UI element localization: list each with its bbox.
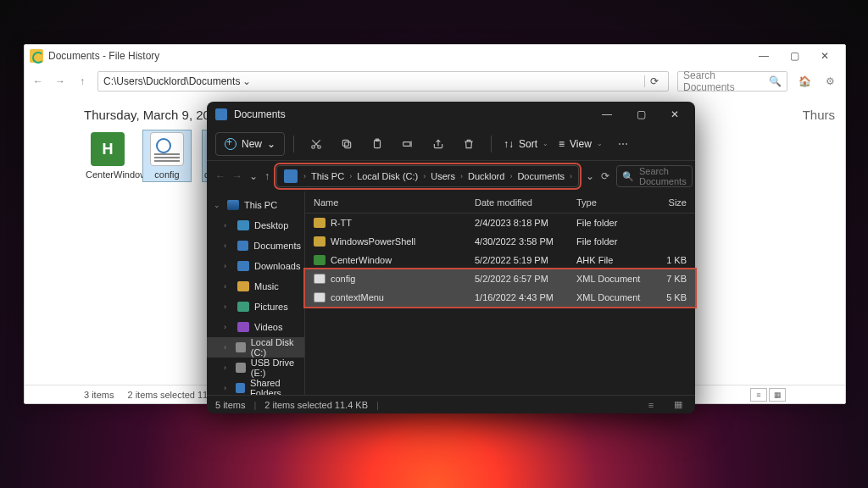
tree-node[interactable]: ⌄This PC [207, 195, 304, 215]
rename-button[interactable] [394, 132, 421, 156]
item-label: config [145, 169, 189, 180]
file-date: 1/16/2022 4:43 PM [475, 292, 576, 302]
minimize-button[interactable]: — [590, 103, 624, 126]
up-button[interactable]: ↑ [264, 170, 270, 182]
chevron-right-icon: › [458, 172, 465, 180]
file-type: XML Document [576, 274, 653, 284]
navigation-tree[interactable]: ⌄This PC›Desktop›Documents›Downloads›Mus… [207, 191, 305, 395]
file-type: XML Document [576, 292, 653, 302]
tree-node[interactable]: ›Pictures [207, 297, 304, 317]
forward-button[interactable]: → [53, 75, 67, 87]
copy-button[interactable] [333, 132, 360, 156]
chevron-icon: › [224, 343, 231, 352]
table-row[interactable]: WindowsPowerShell4/30/2022 3:58 PMFile f… [305, 232, 695, 251]
refresh-button[interactable]: ⟳ [601, 170, 609, 182]
col-date[interactable]: Date modified [475, 197, 576, 208]
tree-node[interactable]: ›USB Drive (E:) [207, 358, 304, 378]
table-row[interactable]: contextMenu1/16/2022 4:43 PMXML Document… [305, 288, 695, 307]
paste-button[interactable] [364, 132, 391, 156]
tree-node[interactable]: ›Shared Folders [207, 378, 304, 395]
view-button[interactable]: ≡ View ⌄ [555, 138, 606, 150]
back-button[interactable]: ← [215, 170, 225, 182]
file-name: config [331, 274, 475, 284]
more-button[interactable]: ⋯ [609, 132, 637, 156]
maximize-button[interactable]: ▢ [624, 103, 658, 126]
folder-icon [227, 200, 239, 210]
search-box[interactable]: 🔍 Search Documents [616, 165, 693, 187]
tree-label: Documents [253, 241, 301, 251]
minimize-button[interactable]: — [748, 47, 779, 65]
col-type[interactable]: Type [576, 197, 653, 208]
file-size: 5 KB [653, 292, 695, 302]
tree-node[interactable]: ›Videos [207, 317, 304, 337]
column-headers[interactable]: Name Date modified Type Size [305, 191, 695, 214]
view-large-icon[interactable]: ▦ [670, 398, 687, 412]
item-label: CenterWindow [86, 169, 130, 180]
path-dropdown-icon[interactable]: ⌄ [240, 75, 253, 87]
separator [293, 136, 294, 152]
forward-button[interactable]: → [232, 170, 242, 182]
table-row[interactable]: R-TT2/4/2023 8:18 PMFile folder [305, 214, 695, 232]
chevron-down-icon[interactable]: ⌄ [249, 170, 258, 182]
item-count: 5 items [215, 400, 245, 410]
svg-rect-3 [342, 140, 348, 146]
file-date: 4/30/2022 3:58 PM [475, 236, 576, 247]
refresh-button[interactable]: ⟳ [644, 75, 663, 87]
separator: | [376, 400, 379, 410]
breadcrumb-segment[interactable]: Users [428, 171, 458, 181]
cut-button[interactable] [303, 132, 330, 156]
maximize-button[interactable]: ▢ [779, 47, 810, 65]
sort-button[interactable]: ↑↓ Sort ⌄ [500, 138, 552, 150]
chevron-icon: › [224, 241, 232, 250]
view-grid-icon[interactable]: ▦ [769, 388, 786, 402]
close-button[interactable]: ✕ [810, 47, 840, 65]
breadcrumb-segment[interactable]: Documents [515, 171, 567, 181]
svg-rect-6 [403, 141, 410, 146]
tree-node[interactable]: ›Desktop [207, 215, 304, 236]
folder-icon [284, 169, 298, 183]
back-button[interactable]: ← [31, 75, 45, 87]
new-button[interactable]: New ⌄ [215, 132, 285, 156]
table-row[interactable]: config5/2/2022 6:57 PMXML Document7 KB [305, 269, 695, 288]
file-icon [314, 274, 326, 284]
home-icon[interactable]: 🏠 [796, 75, 813, 87]
sort-icon: ↑↓ [504, 138, 514, 150]
tree-node[interactable]: ›Documents [207, 236, 304, 256]
file-date: 2/4/2023 8:18 PM [475, 218, 576, 228]
separator [491, 136, 492, 152]
col-size[interactable]: Size [653, 197, 695, 208]
breadcrumb-segment[interactable]: This PC [309, 171, 347, 181]
search-box[interactable]: Search Documents 🔍 [677, 71, 787, 92]
file-type: File folder [576, 236, 653, 247]
tree-node[interactable]: ›Local Disk (C:) [207, 337, 304, 358]
up-button[interactable]: ↑ [75, 75, 89, 87]
explorer-statusbar: 5 items | 2 items selected 11.4 KB | ≡ ▦ [207, 395, 695, 413]
folder-icon [237, 220, 249, 230]
view-details-icon[interactable]: ≡ [643, 398, 659, 412]
breadcrumb-segment[interactable]: Ducklord [465, 171, 507, 181]
gear-icon[interactable]: ⚙ [821, 75, 838, 87]
col-name[interactable]: Name [305, 197, 475, 208]
address-bar[interactable]: C:\Users\Ducklord\Documents ⌄ ⟳ [97, 71, 669, 92]
tree-label: Music [254, 281, 279, 291]
list-item[interactable]: HCenterWindow [84, 130, 131, 181]
view-list-icon[interactable]: ≡ [750, 388, 767, 402]
list-item[interactable]: config [143, 130, 191, 181]
table-row[interactable]: CenterWindow5/2/2022 5:19 PMAHK File1 KB [305, 251, 695, 269]
tree-label: Downloads [254, 261, 300, 271]
navigation-bar: ← → ↑ C:\Users\Ducklord\Documents ⌄ ⟳ Se… [25, 67, 845, 96]
share-button[interactable] [425, 132, 452, 156]
tree-label: Local Disk (C:) [251, 337, 301, 358]
breadcrumb-segment[interactable]: Local Disk (C:) [354, 171, 420, 181]
breadcrumb[interactable]: › This PC›Local Disk (C:)›Users›Ducklord… [276, 165, 579, 187]
file-icon [314, 236, 326, 247]
search-placeholder: Search Documents [639, 166, 687, 186]
breadcrumb-dropdown[interactable]: ⌄ [586, 170, 594, 182]
tree-node[interactable]: ›Music [207, 276, 304, 297]
plus-icon [225, 138, 236, 150]
close-button[interactable]: ✕ [658, 103, 692, 126]
tree-node[interactable]: ›Downloads [207, 256, 304, 276]
chevron-down-icon: ⌄ [267, 138, 275, 150]
explorer-titlebar: Documents — ▢ ✕ [207, 102, 695, 127]
delete-button[interactable] [455, 132, 482, 156]
